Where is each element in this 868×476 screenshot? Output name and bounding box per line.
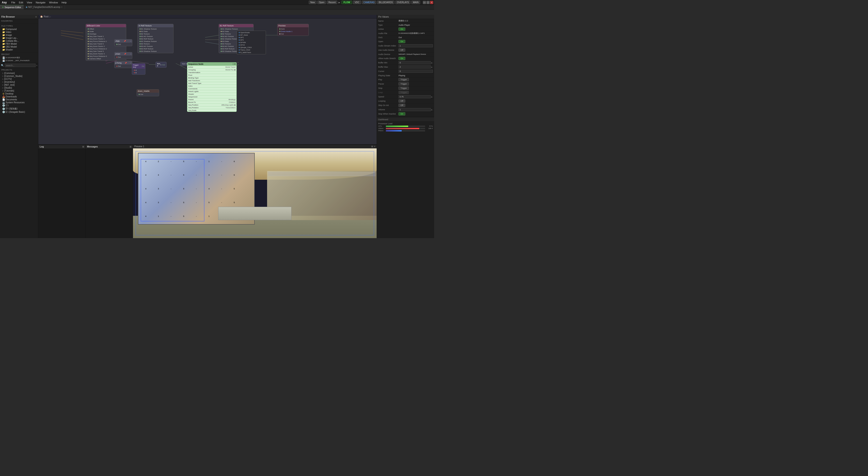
preview-close-icon[interactable]: × [374, 145, 375, 148]
project-c-drive[interactable]: 💿 C:\ [1, 104, 37, 107]
new-button[interactable]: New [309, 1, 316, 4]
use-audio-off-button[interactable]: Off [399, 49, 405, 52]
filetype-collada[interactable]: 📁 Collada Mo... [1, 39, 37, 42]
flow-button[interactable]: FLOW [341, 1, 352, 4]
project-studio[interactable]: ▷ [Studio] [1, 86, 37, 89]
zbjtp-inner[interactable]: zbjtp 📌 × Out [114, 39, 132, 46]
menu-file[interactable]: File [9, 1, 17, 4]
menu-navigate[interactable]: Navigate [34, 1, 47, 4]
project-n07-test[interactable]: ▷ [N07_test] [1, 83, 37, 86]
filetype-fbx[interactable]: 📁 FBX Model [1, 42, 37, 45]
clear-search-icon[interactable]: × [36, 64, 37, 67]
cameras-button[interactable]: CAMERAS [362, 1, 376, 4]
speed-up-icon[interactable]: ▲ [431, 96, 433, 98]
seq-node-inner[interactable]: Sequence Node □ × Active World Transf Gr… [187, 62, 237, 112]
node-canvas[interactable]: Billboard Color ⋮ Offset Scale Overlays … [38, 20, 377, 144]
buffer-min-input[interactable] [399, 61, 431, 64]
allow-stretch-on-button[interactable]: On [399, 57, 405, 60]
stop-trigger-button[interactable]: Trigger [399, 87, 409, 90]
project-common-studio[interactable]: ▷ [Common_Studio] [1, 75, 37, 78]
not2-inner[interactable]: Not 2 In Out [156, 62, 166, 68]
filetype-shader[interactable]: 📁 Shader [1, 48, 37, 51]
filetype-video[interactable]: 📁 Video [1, 31, 37, 34]
preview-node[interactable]: Preview Out1 Green Audio 1 Out [277, 24, 309, 36]
loop-trigger-button[interactable]: Trigger [399, 91, 409, 94]
jihong-close-icon[interactable]: × [130, 62, 131, 64]
filetype-image-lay[interactable]: 📁 Image Lay... [1, 36, 37, 39]
menu-edit[interactable]: Edit [17, 1, 25, 4]
billboard-menu-icon[interactable]: ⋮ [123, 25, 125, 27]
file-browser-menu-icon[interactable]: ≡ [35, 16, 37, 18]
jmian-pin-icon[interactable]: 📌 [124, 53, 126, 55]
preview-header: Preview 1 ⊞ × [133, 145, 377, 148]
zbjtp-close-icon[interactable]: × [130, 40, 131, 42]
volume-input[interactable] [399, 108, 431, 111]
buffer-min-up-icon[interactable]: ▲ [431, 62, 433, 64]
volume-up-icon[interactable]: ▲ [431, 109, 433, 111]
output-node[interactable]: OpenStudio DP_Desk DP1 DP2 DP456 DP23 Qi… [237, 31, 266, 54]
play-trigger-button[interactable]: Trigger [399, 78, 409, 81]
project-cctv[interactable]: ▷ [CCTV] [1, 78, 37, 81]
close-tab-icon[interactable]: × [61, 6, 62, 8]
open-on-button[interactable]: On [399, 40, 405, 43]
search-input[interactable] [5, 64, 36, 67]
maximize-button[interactable]: □ [427, 1, 430, 4]
menu-help[interactable]: Help [60, 1, 68, 4]
recent-button[interactable]: Recent [327, 1, 337, 4]
tab-file[interactable]: N07_FangfanDemo0626.acomp × [24, 5, 65, 9]
billboards-button[interactable]: BILLBOARDS [377, 1, 395, 4]
vdc-button[interactable]: VDC [353, 1, 361, 4]
jmian-close-icon[interactable]: × [130, 53, 131, 55]
main-button[interactable]: MAIN [411, 1, 420, 4]
buffer-max-up-icon[interactable]: ▲ [431, 66, 433, 68]
project-e-drive[interactable]: 💿 E:\ (Seagate Basic) [1, 111, 37, 113]
cpu-bar-bg [386, 126, 425, 127]
menu-window[interactable]: Window [47, 1, 60, 4]
jmian-inner[interactable]: jmian 📌 × Out [114, 52, 132, 59]
filetype-obj[interactable]: 📁 OBJ Model [1, 45, 37, 48]
jihong-inner[interactable]: ji-hong 📌 × Out [114, 61, 132, 68]
preview-expand-icon[interactable]: ⊞ [371, 145, 373, 148]
seq-node-collapse[interactable]: □ [232, 63, 234, 65]
seq-node-close[interactable]: × [235, 63, 236, 65]
recent-item-2[interactable]: 💾 D:\20246..._W07_PreVis0625 [1, 59, 37, 62]
audio-stream-input[interactable] [399, 44, 433, 47]
minimize-button[interactable]: — [423, 1, 426, 4]
project-tutorials[interactable]: ▷ [Tutorials] [1, 89, 37, 92]
menu-view[interactable]: View [25, 1, 34, 4]
seq-node-controls[interactable]: □ × [232, 63, 236, 65]
project-system-resources[interactable]: 💻 System Resources [1, 101, 37, 104]
breadcrumb-root[interactable]: Root [44, 15, 49, 18]
pause-trigger-button[interactable]: Trigger [399, 82, 409, 86]
filetype-shader-label: Shader [6, 49, 13, 51]
buffer-max-input[interactable] [399, 65, 431, 68]
overlays-button[interactable]: OVERLAYS [395, 1, 410, 4]
trigger-any-inner[interactable]: Trigger Any Out A B [132, 63, 145, 75]
down-ntable-inner[interactable]: down_Ntable Out [136, 89, 159, 96]
recent-item-1[interactable]: 💾 D:\20240625\项目 [1, 56, 37, 59]
active-on-button[interactable]: On [399, 28, 405, 31]
messages-expand-icon[interactable]: ⊞ [130, 145, 131, 148]
filetype-compound[interactable]: 📁 Compound [1, 28, 37, 31]
b-node[interactable]: In Refl Texture B1 Shadow Texture B2 Dat… [137, 24, 174, 53]
log-expand-icon[interactable]: ⊞ [82, 145, 84, 148]
project-common[interactable]: ▷ [Common] [1, 72, 37, 75]
zbjtp-pin-icon[interactable]: 📌 [124, 40, 126, 42]
project-documents[interactable]: 📄 Documents [1, 98, 37, 101]
open-button[interactable]: Open [317, 1, 326, 4]
project-inventory[interactable]: ▷ [Inventory] [1, 81, 37, 83]
looping-off-button[interactable]: Off [399, 99, 405, 102]
speed-input[interactable] [399, 95, 431, 98]
skip-off-button[interactable]: Off [399, 104, 405, 107]
tab-sequence-editor[interactable]: Sequence Editor [0, 5, 24, 9]
cursor-input[interactable] [399, 70, 433, 73]
jihong-pin-icon[interactable]: 📌 [125, 62, 127, 64]
project-downloads[interactable]: 📥 Downloads [1, 95, 37, 98]
sequence-editor[interactable]: 🏠 Root ▷ [38, 15, 377, 144]
project-desktop[interactable]: 🖥 Desktop [1, 92, 37, 95]
filetype-image[interactable]: 📁 Image [1, 34, 37, 36]
project-d-drive[interactable]: 💿 D:\ (瑞加鑫) [1, 107, 37, 111]
close-button[interactable]: × [430, 1, 433, 4]
port-trigger-a: A [133, 69, 144, 71]
stop-inactive-on-button[interactable]: On [399, 112, 405, 115]
